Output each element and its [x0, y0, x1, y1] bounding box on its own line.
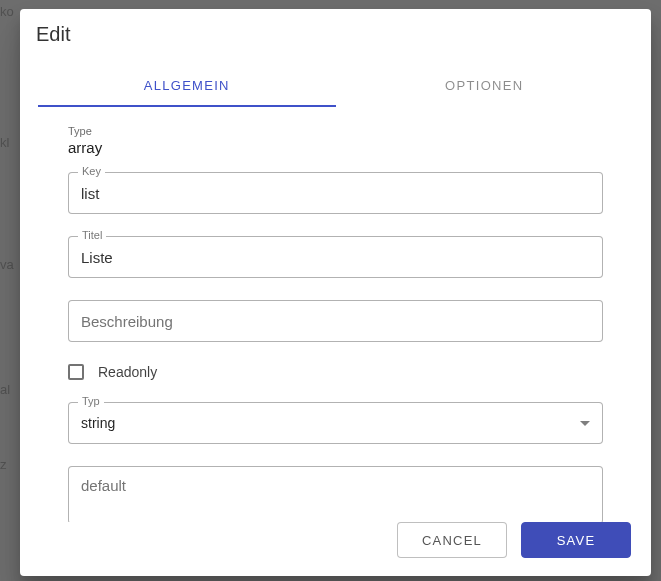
title-label: Titel [78, 229, 106, 241]
item-type-value: string [81, 415, 115, 431]
readonly-label: Readonly [98, 364, 157, 380]
item-type-field-wrapper: Typ string [68, 402, 603, 444]
tab-general[interactable]: Allgemein [38, 66, 336, 107]
type-display: Type array [68, 125, 603, 156]
dialog-title: Edit [20, 9, 651, 56]
cancel-button[interactable]: Cancel [397, 522, 507, 558]
readonly-checkbox[interactable] [68, 364, 84, 380]
key-input[interactable] [81, 185, 590, 202]
readonly-checkbox-row[interactable]: Readonly [68, 364, 603, 380]
key-field-wrapper: Key [68, 172, 603, 214]
default-input[interactable] [81, 477, 590, 522]
type-label: Type [68, 125, 603, 137]
key-label: Key [78, 165, 105, 177]
type-value: array [68, 139, 603, 156]
description-input[interactable] [81, 313, 590, 330]
item-type-select[interactable]: string [68, 402, 603, 444]
edit-dialog: Edit Allgemein Optionen Type array Key T… [20, 9, 651, 576]
title-input[interactable] [81, 249, 590, 266]
dialog-tabs: Allgemein Optionen [38, 66, 633, 107]
item-type-label: Typ [78, 395, 104, 407]
title-field-wrapper: Titel [68, 236, 603, 278]
chevron-down-icon [580, 421, 590, 426]
tab-options[interactable]: Optionen [336, 66, 634, 107]
description-field-wrapper [68, 300, 603, 342]
default-field-wrapper [68, 466, 603, 522]
form-general: Type array Key Titel Readonly Typ [20, 107, 651, 522]
save-button[interactable]: Save [521, 522, 631, 558]
dialog-actions: Cancel Save [20, 522, 651, 576]
